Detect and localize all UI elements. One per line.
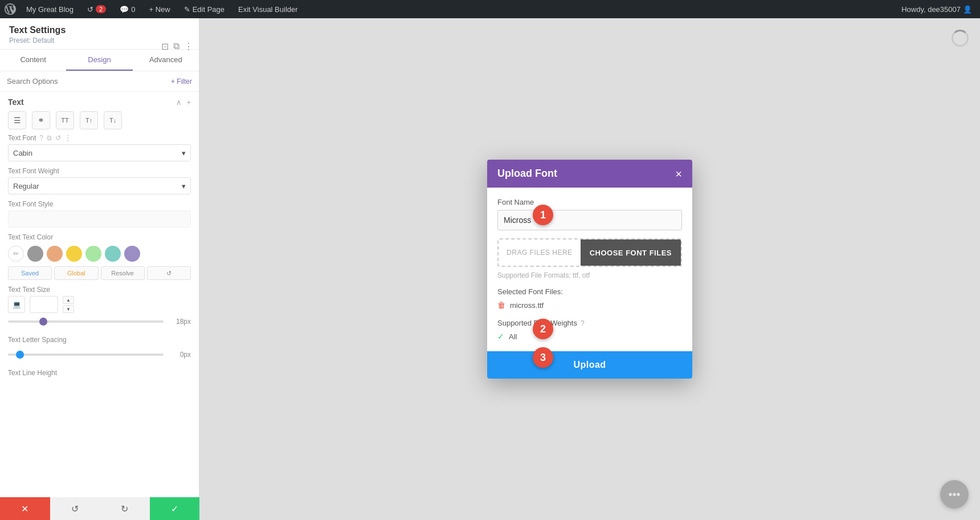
size-value: 18px [168,318,191,326]
letter-spacing-thumb[interactable] [16,351,24,359]
upload-button[interactable]: Upload [487,351,692,379]
format-2-icon[interactable]: T↑ [80,111,98,129]
left-sidebar: Text Settings Preset: Default ⊡ ⧉ ⋮ Cont… [0,18,199,520]
size-device-icon[interactable]: 💻 [8,296,25,313]
tab-content[interactable]: Content [0,50,66,71]
admin-bar: My Great Blog ↺ 2 💬 0 + New ✎ Edit Page … [0,0,980,18]
main-content: ••• 1 2 3 Upload Font × Font Name [199,18,980,520]
letter-spacing-value: 0px [168,351,191,359]
step-circle-1: 1 [533,205,553,225]
add-section-icon[interactable]: + [186,98,191,107]
section-icons: ∧ + [176,98,191,107]
size-inc-down[interactable]: ▼ [63,305,74,313]
file-delete-icon[interactable]: 🗑 [497,300,505,310]
upload-area: DRAG FILES HERE CHOOSE FONT FILES [497,238,682,267]
sidebar-title: Text Settings [9,25,190,35]
state-buttons: Saved Global Resolve ↺ [8,266,191,280]
color-gray[interactable] [27,246,43,262]
tab-design[interactable]: Design [66,50,132,71]
wp-logo-icon[interactable] [5,3,16,15]
user-item[interactable]: Howdy, dee35007 👤 [898,5,975,14]
modal-close-button[interactable]: × [675,168,682,180]
text-font-style-row: Text Font Style [8,200,191,228]
new-item[interactable]: + New [145,5,173,14]
weight-item-all: ✓ All [497,332,682,341]
state-resolve[interactable]: Resolve [101,266,145,280]
tab-advanced[interactable]: Advanced [133,50,199,71]
revisions-item[interactable]: ↺ 2 [84,5,109,14]
state-global[interactable]: Global [54,266,98,280]
sidebar-header: Text Settings Preset: Default ⊡ ⧉ ⋮ [0,18,199,50]
text-font-reset-icon[interactable]: ↺ [55,134,61,142]
size-input[interactable] [30,296,58,313]
color-teal[interactable] [105,246,121,262]
redo-button[interactable]: ↻ [100,497,150,520]
text-font-style-field [8,210,191,228]
cancel-button[interactable]: ✕ [0,497,50,520]
line-height-label: Text Line Height [8,369,191,377]
modal-footer: Upload [487,351,692,379]
supported-formats: Supported File Formats: ttf, otf [497,271,682,279]
choose-files-button[interactable]: CHOOSE FONT FILES [581,239,681,266]
text-section-header: Text ∧ + [8,98,191,107]
blog-name[interactable]: My Great Blog [23,5,77,14]
format-3-icon[interactable]: T↓ [104,111,122,129]
modal-header: Upload Font × [487,160,692,188]
color-purple[interactable] [124,246,140,262]
alignment-row: ☰ ⚭ TT T↑ T↓ [8,111,191,129]
more-options-icon[interactable]: ⋮ [184,41,193,52]
text-font-help-icon[interactable]: ? [39,134,43,142]
filter-button[interactable]: + Filter [171,78,192,86]
text-font-style-label: Text Font Style [8,200,191,208]
save-button[interactable]: ✓ [150,497,200,520]
comments-item[interactable]: 💬 0 [116,5,138,14]
color-pencil[interactable]: ✏ [8,246,24,262]
letter-spacing-slider[interactable] [8,354,164,356]
size-slider-thumb[interactable] [39,318,47,326]
link-icon[interactable]: ⚭ [32,111,50,129]
weight-chevron-icon: ▾ [182,182,186,190]
text-font-copy-icon[interactable]: ⧉ [47,134,52,142]
font-name-label: Font Name [497,198,682,206]
sidebar-search: + Filter [0,71,199,92]
size-inc-up[interactable]: ▲ [63,296,74,304]
font-weights-help-icon[interactable]: ? [581,319,585,327]
sidebar-header-icons: ⊡ ⧉ ⋮ [161,41,193,52]
color-peach[interactable] [47,246,63,262]
text-font-weight-select[interactable]: Regular ▾ [8,177,191,194]
text-color-label: Text Text Color [8,233,191,241]
file-item: 🗑 micross.ttf [497,300,682,310]
exit-builder-item[interactable]: Exit Visual Builder [235,5,301,14]
size-row: 💻 ▲ ▼ [8,296,191,313]
font-weights-label: Supported Font Weights ? [497,319,682,327]
color-yellow[interactable] [66,246,82,262]
text-font-row: Text Font ? ⧉ ↺ ⋮ Cabin ▾ [8,134,191,161]
modal-title: Upload Font [497,168,557,180]
edit-page-item[interactable]: ✎ Edit Page [181,5,228,14]
admin-bar-right: Howdy, dee35007 👤 [898,5,975,14]
size-slider[interactable] [8,320,164,323]
search-input[interactable] [7,77,166,86]
color-dots: ✏ [8,246,191,262]
text-font-select[interactable]: Cabin ▾ [8,144,191,161]
sidebar-tabs: Content Design Advanced [0,50,199,71]
format-1-icon[interactable]: TT [56,111,74,129]
text-font-weight-label: Text Font Weight [8,167,191,175]
state-saved[interactable]: Saved [8,266,52,280]
text-font-weight-row: Text Font Weight Regular ▾ [8,167,191,194]
color-green[interactable] [85,246,101,262]
align-left-icon[interactable]: ☰ [8,111,26,129]
check-icon: ✓ [497,332,504,341]
line-height-row: Text Line Height [8,369,191,377]
section-title: Text [8,98,24,107]
undo-button[interactable]: ↺ [50,497,100,520]
collapse-icon[interactable]: ∧ [176,98,182,107]
minimize-icon[interactable]: ⊡ [161,41,169,52]
bottom-toolbar: ✕ ↺ ↻ ✓ [0,497,199,520]
letter-spacing-row: Text Letter Spacing 0px [8,336,191,363]
state-reset-icon[interactable]: ↺ [147,266,191,280]
expand-icon[interactable]: ⧉ [173,41,179,52]
modal-backdrop: 1 2 3 Upload Font × Font Name [199,18,980,520]
font-name-input[interactable] [497,210,682,230]
text-font-more-icon[interactable]: ⋮ [64,134,71,142]
